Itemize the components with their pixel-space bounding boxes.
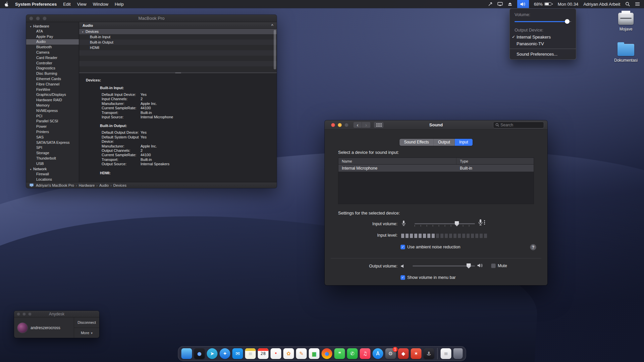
sidebar-item-nvmexpress[interactable]: NVMExpress: [26, 108, 79, 114]
tab-sound-effects[interactable]: Sound Effects: [399, 139, 434, 146]
output-device-internal-speakers[interactable]: Internal Speakers: [510, 34, 576, 40]
sidebar-item-apple-pay[interactable]: Apple Pay: [26, 34, 79, 40]
window-titlebar[interactable]: Anydesk: [14, 311, 99, 317]
dock-media-app-icon[interactable]: ✶: [411, 348, 422, 359]
window-titlebar[interactable]: Sound: [325, 120, 547, 130]
sidebar-item-graphics-displays[interactable]: Graphics/Displays: [26, 92, 79, 98]
tree-row-built-in-output[interactable]: Built-in Output: [79, 40, 277, 45]
anydesk-menu-icon[interactable]: [488, 2, 492, 6]
show-all-button[interactable]: [374, 122, 384, 128]
menu-bar-user[interactable]: Adriyan Abdi Arbeit: [583, 2, 620, 7]
output-volume-slider[interactable]: [413, 263, 475, 269]
show-volume-in-menu-bar-checkbox[interactable]: Show volume in menu bar: [400, 275, 456, 280]
sidebar-item-memory[interactable]: Memory: [26, 103, 79, 108]
dock-chrome-icon[interactable]: ●: [322, 348, 332, 359]
sidebar-item-ata[interactable]: ATA: [26, 29, 79, 34]
sidebar-item-diagnostics[interactable]: Diagnostics: [26, 66, 79, 71]
spotlight-search-icon[interactable]: [625, 2, 630, 6]
dock-utility-app-icon[interactable]: ⚓: [424, 348, 434, 359]
output-device-panasonic-tv[interactable]: Panasonic-TV: [510, 40, 576, 47]
breadcrumb-item[interactable]: Devices: [109, 183, 126, 187]
sidebar-section-network[interactable]: Network: [26, 167, 79, 172]
minimize-button[interactable]: [338, 123, 342, 127]
close-button[interactable]: [29, 16, 33, 20]
sidebar-item-fibre-channel[interactable]: Fibre Channel: [26, 82, 79, 87]
dock-photos-icon[interactable]: ✿: [283, 348, 294, 359]
tab-output[interactable]: Output: [434, 139, 455, 146]
dock-facetime-icon[interactable]: ✆: [347, 348, 358, 359]
table-header[interactable]: Name Type: [338, 158, 534, 165]
window-titlebar[interactable]: MacBook Pro: [26, 15, 277, 22]
column-header[interactable]: Audio: [79, 22, 277, 29]
sidebar-item-usb[interactable]: USB: [26, 161, 79, 167]
more-button[interactable]: More: [74, 328, 99, 338]
sidebar-item-sas[interactable]: SAS: [26, 135, 79, 140]
dock-reminders-icon[interactable]: •: [271, 348, 281, 359]
tree-row-devices[interactable]: Devices: [79, 29, 277, 34]
dock-calendar-icon[interactable]: 28: [258, 348, 269, 359]
sidebar-item-card-reader[interactable]: Card Reader: [26, 55, 79, 61]
zoom-button[interactable]: [28, 312, 32, 316]
sidebar-section-hardware[interactable]: Hardware: [26, 23, 79, 29]
dock-pages-icon[interactable]: ✎: [296, 348, 307, 359]
breadcrumb-item[interactable]: Hardware: [74, 183, 95, 187]
column-type[interactable]: Type: [457, 158, 534, 164]
zoom-button[interactable]: [43, 16, 47, 20]
battery-status[interactable]: 68%: [534, 2, 553, 7]
tab-input[interactable]: Input: [455, 139, 473, 146]
sidebar-item-sata-sata-express[interactable]: SATA/SATA Express: [26, 140, 79, 145]
sidebar-item-firewire[interactable]: FireWire: [26, 87, 79, 93]
dock-notes-icon[interactable]: ≡: [245, 348, 256, 359]
sound-preferences-item[interactable]: Sound Preferences...: [510, 50, 576, 58]
dock-telegram-icon[interactable]: ➤: [207, 348, 218, 359]
sidebar-item-printers[interactable]: Printers: [26, 129, 79, 135]
volume-menu-extra[interactable]: [517, 0, 529, 8]
breadcrumb-item[interactable]: Adriyan's MacBook Pro: [36, 183, 74, 187]
eject-icon[interactable]: [508, 2, 512, 6]
input-volume-slider[interactable]: [415, 221, 475, 227]
column-name[interactable]: Name: [338, 158, 457, 164]
breadcrumb-item[interactable]: Audio: [95, 183, 109, 187]
close-button[interactable]: [17, 312, 20, 316]
scrollbar[interactable]: [274, 30, 276, 69]
dock-adobe-app-icon[interactable]: ◆: [398, 348, 409, 359]
ambient-noise-checkbox[interactable]: Use ambient noise reduction: [400, 245, 460, 249]
volume-menu-slider[interactable]: [515, 19, 571, 24]
sidebar-item-firewall[interactable]: Firewall: [26, 172, 79, 177]
sidebar-item-bluetooth[interactable]: Bluetooth: [26, 45, 79, 50]
help-button[interactable]: ?: [530, 244, 536, 250]
dock-numbers-icon[interactable]: ▆: [309, 348, 320, 359]
dock-siri-icon[interactable]: ●: [194, 348, 205, 359]
tree-row-built-in-input[interactable]: Built-in Input: [79, 34, 277, 40]
dock-system-preferences-icon[interactable]: ⚙1: [385, 348, 396, 359]
desktop-icon-mojave[interactable]: Mojave: [612, 13, 640, 32]
notification-center-icon[interactable]: [635, 2, 640, 6]
search-input[interactable]: [500, 123, 542, 127]
menubar-menu-view[interactable]: View: [77, 2, 87, 7]
sidebar-item-controller[interactable]: Controller: [26, 61, 79, 66]
sidebar-item-spi[interactable]: SPI: [26, 145, 79, 150]
menubar-menu-help[interactable]: Help: [115, 2, 124, 7]
search-field[interactable]: [493, 122, 544, 128]
menubar-menu-window[interactable]: Window: [93, 2, 108, 7]
dock-mail-icon[interactable]: ✉: [232, 348, 243, 359]
sidebar-item-storage[interactable]: Storage: [26, 150, 79, 156]
menubar-menu-system-preferences[interactable]: System Preferences: [15, 2, 57, 7]
desktop-icon-dokumentasi[interactable]: Dokumentasi: [612, 44, 640, 63]
mute-checkbox[interactable]: Mute: [491, 263, 507, 268]
disconnect-button[interactable]: Disconnect: [74, 317, 99, 328]
sidebar-item-camera[interactable]: Camera: [26, 50, 79, 55]
sort-direction-icon[interactable]: [271, 23, 273, 27]
output-volume-knob[interactable]: [467, 263, 471, 268]
dock-finder-icon[interactable]: [181, 348, 192, 359]
airplay-display-icon[interactable]: [497, 2, 503, 6]
tree-row-hdmi[interactable]: HDMI: [79, 45, 277, 50]
dock-music-icon[interactable]: ♫: [360, 348, 371, 359]
dock-trash-icon[interactable]: [453, 348, 463, 359]
dock-messages-icon[interactable]: ❝: [334, 348, 345, 359]
dock-textedit-icon[interactable]: ≡: [441, 348, 451, 359]
sidebar-item-pci[interactable]: PCI: [26, 114, 79, 119]
sidebar-item-audio[interactable]: Audio: [26, 39, 79, 45]
forward-button[interactable]: [362, 122, 371, 128]
back-button[interactable]: [353, 122, 362, 128]
